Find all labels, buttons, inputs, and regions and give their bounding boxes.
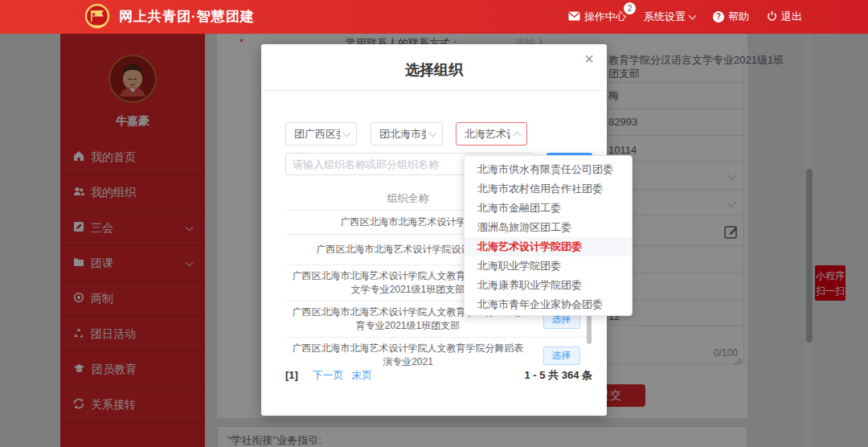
- dropdown-item-selected[interactable]: 北海艺术设计学院团委: [465, 237, 632, 256]
- nav-label: 操作中心: [584, 10, 626, 24]
- page-next-link[interactable]: 下一页: [313, 369, 344, 381]
- chevron-down-icon: [343, 129, 351, 137]
- pagination: [1] 下一页 末页 1 - 5 共 364 条: [285, 368, 592, 386]
- select-value: 团广西区委: [294, 127, 340, 141]
- dropdown-item[interactable]: 北海职业学院团委: [465, 256, 632, 276]
- org-level1-select[interactable]: 团广西区委: [285, 122, 357, 146]
- dropdown-item[interactable]: 北海市农村信用合作社团委: [465, 179, 632, 199]
- nav-label: 帮助: [728, 10, 749, 24]
- select-value: 北海艺术设计: [465, 127, 510, 141]
- dropdown-item[interactable]: 北海市供水有限责任公司团委: [465, 160, 632, 179]
- nav-logout[interactable]: 退出: [767, 10, 802, 24]
- notification-badge: 2: [624, 2, 636, 14]
- nav-system-settings[interactable]: 系统设置: [644, 10, 695, 24]
- chevron-down-icon: [689, 12, 697, 20]
- dropdown-item[interactable]: 北海市金融团工委: [465, 199, 632, 218]
- page-summary: 1 - 5 共 364 条: [524, 368, 592, 383]
- org-name: 广西区北海市北海艺术设计学院人文教育学院分舞蹈表演专业2021: [285, 338, 530, 366]
- page-last-link[interactable]: 末页: [351, 369, 372, 381]
- nav-operation-center[interactable]: 操作中心 2: [568, 10, 626, 24]
- app-header: 网上共青团·智慧团建 操作中心 2 系统设置 ? 帮助 退出: [0, 0, 868, 34]
- league-emblem-icon: [82, 2, 113, 35]
- nav-label: 退出: [781, 10, 802, 24]
- select-value: 团北海市委: [379, 127, 426, 141]
- chevron-down-icon: [429, 129, 437, 137]
- chevron-up-icon: [514, 132, 522, 140]
- org-dropdown-list: 北海市供水有限责任公司团委 北海市农村信用合作社团委 北海市金融团工委 涠洲岛旅…: [464, 155, 633, 316]
- select-org-button[interactable]: 选择: [543, 347, 580, 365]
- nav-label: 系统设置: [644, 10, 686, 24]
- nav-help[interactable]: ? 帮助: [713, 10, 749, 24]
- org-level3-select[interactable]: 北海艺术设计: [456, 122, 527, 146]
- page-current[interactable]: [1]: [285, 369, 298, 381]
- dropdown-item[interactable]: 北海康养职业学院团委: [465, 276, 632, 295]
- table-row: 广西区北海市北海艺术设计学院人文教育学院分舞蹈表演专业2021 选择: [285, 338, 592, 366]
- power-icon: [767, 10, 777, 23]
- org-level2-select[interactable]: 团北海市委: [371, 122, 443, 146]
- question-icon: ?: [713, 11, 724, 23]
- mail-icon: [568, 11, 580, 23]
- close-icon[interactable]: ×: [584, 51, 594, 67]
- app-title: 网上共青团·智慧团建: [119, 0, 255, 34]
- modal-title: 选择组织: [261, 60, 607, 80]
- dropdown-item[interactable]: 涠洲岛旅游区团工委: [465, 218, 632, 237]
- dropdown-item[interactable]: 北海市青年企业家协会团委: [465, 295, 632, 314]
- top-nav: 操作中心 2 系统设置 ? 帮助 退出: [568, 0, 802, 34]
